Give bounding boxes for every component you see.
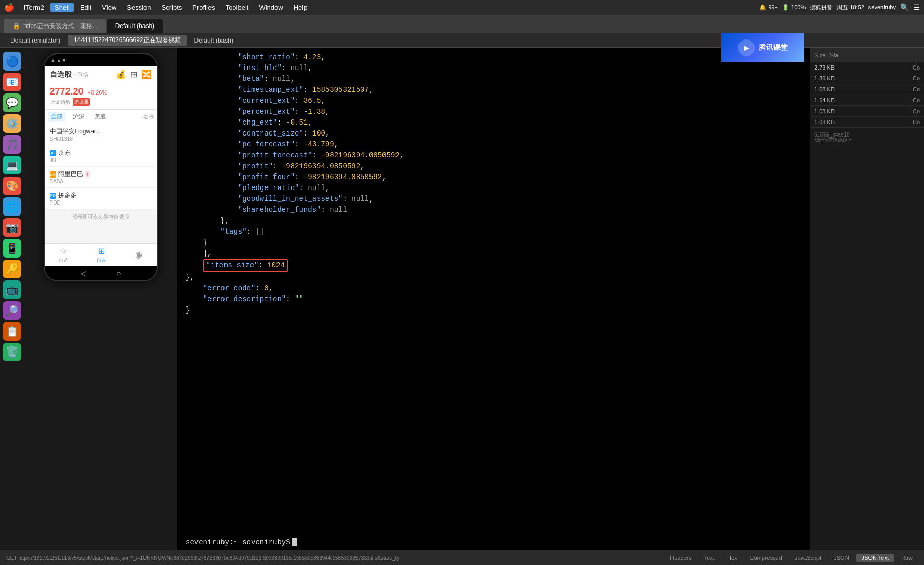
dock-app2[interactable]: 💬 xyxy=(3,93,21,112)
dock-app12[interactable]: 📋 xyxy=(3,322,21,341)
phone-nav-home[interactable]: ◉ xyxy=(135,250,142,260)
phone-login-prompt[interactable]: 登录即可永久保存自选股 xyxy=(45,209,157,225)
menubar-toolbelt[interactable]: Toolbelt xyxy=(221,3,253,12)
dock-app11[interactable]: 🔎 xyxy=(3,301,21,320)
stock-change: +0.26% xyxy=(88,89,108,96)
dock-app3[interactable]: ⚙️ xyxy=(3,114,21,133)
dock-finder[interactable]: 🔵 xyxy=(3,52,21,71)
json-line-highlighted: "items_size": 1024 xyxy=(186,259,801,272)
nav-home-icon: ◉ xyxy=(135,250,142,260)
play-icon: ▶ xyxy=(744,44,749,52)
stock-name-1: 京东 xyxy=(58,149,71,157)
bottom-bar: GET https://182.92.251.113/v5/stock/star… xyxy=(0,550,924,565)
dock-app8[interactable]: 📱 xyxy=(3,239,21,258)
json-line-21: "error_code": 0, xyxy=(186,283,801,294)
terminal-prompt: seveniruby:~ seveniruby$ xyxy=(177,536,810,550)
phone-currency-icon[interactable]: 💰 xyxy=(116,70,126,79)
menubar-shell[interactable]: Shell xyxy=(50,3,74,12)
dock-app7[interactable]: 📷 xyxy=(3,218,21,237)
bottom-tab-json[interactable]: JSON xyxy=(828,554,854,562)
phone-home-btn[interactable]: ○ xyxy=(116,269,121,277)
phone-nav-zixuan[interactable]: ☆ 自选 xyxy=(59,246,68,264)
phone-stock-item-0[interactable]: 中国平安Hogwar... SHI01318 xyxy=(45,124,157,145)
size-value-2: 1.08 KB xyxy=(814,86,835,92)
terminal-area[interactable]: "short_ratio": 4.23, "inst_hld": null, "… xyxy=(177,48,810,550)
stock-name-2: 阿里巴巴 xyxy=(58,170,83,179)
phone-stock-list[interactable]: 中国平安Hogwar... SHI01318 JD 京东 JD xyxy=(45,124,157,243)
phone-sort-icon[interactable]: ⊞ xyxy=(130,70,137,79)
bottom-tab-raw[interactable]: Raw xyxy=(896,554,918,562)
status-value-0: Co xyxy=(913,64,920,71)
phone-nav-zixuan2[interactable]: ⊞ 自选 xyxy=(97,246,106,264)
dock-app1[interactable]: 📧 xyxy=(3,73,21,91)
json-line-2: "beta": null, xyxy=(186,74,801,85)
filter-icon[interactable]: 名称 xyxy=(143,112,154,122)
json-line-3: "timestamp_ext": 1585305321507, xyxy=(186,85,801,96)
dot-separator: · xyxy=(74,72,75,77)
stock-name-3: 拼多多 xyxy=(58,191,77,200)
sub-tab-default-bash2[interactable]: Default (bash) xyxy=(188,36,240,45)
menubar-profiles[interactable]: Profiles xyxy=(188,3,219,12)
status-value-4: Co xyxy=(913,108,920,114)
menubar-window[interactable]: Window xyxy=(255,3,287,12)
tencent-text: 腾讯课堂 xyxy=(759,43,788,52)
tencent-play-button[interactable]: ▶ xyxy=(738,39,755,56)
size-value-4: 1.08 KB xyxy=(814,108,835,114)
phone-back-btn[interactable]: ◁ xyxy=(81,269,86,277)
bottom-tab-json-text[interactable]: JSON Text xyxy=(856,554,894,562)
phone-status-bar: ▲ ▲ ■ xyxy=(45,54,157,66)
menubar-right: 🔔 99+ 🔋 100% 搜狐拼音 周五 18:52 seveniruby 🔍 … xyxy=(759,3,920,11)
phone-stock-item-3[interactable]: PD 拼多多 PDD xyxy=(45,188,157,209)
right-panel-size-header: Size xyxy=(814,52,825,58)
json-line-4: "current_ext": 36.5, xyxy=(186,96,801,106)
phone-stock-item-2[interactable]: BA 阿里巴巴 1 BABA xyxy=(45,167,157,188)
dock-app9[interactable]: 🔑 xyxy=(3,260,21,278)
phone-stock-item-1[interactable]: JD 京东 JD xyxy=(45,145,157,167)
url-frag1: 6167&_s=ae18 xyxy=(814,132,920,138)
bottom-tab-compressed[interactable]: Compressed xyxy=(745,554,787,562)
phone-tab-us[interactable]: 美股 xyxy=(91,112,109,122)
dock-app4[interactable]: 🎵 xyxy=(3,135,21,154)
control-strip-icon[interactable]: ☰ xyxy=(913,3,920,11)
apple-menu[interactable]: 🍎 xyxy=(4,3,15,12)
dock-app5[interactable]: 🎨 xyxy=(3,177,21,195)
tab-default-bash[interactable]: Default (bash) xyxy=(107,19,163,33)
json-line-1: "inst_hld": null, xyxy=(186,63,801,74)
right-panel-url-fragment: 6167&_s=ae18 MzYzOTAxMzI= xyxy=(810,128,924,147)
sub-tab-default-emulator[interactable]: Default (emulator) xyxy=(4,36,67,45)
phone-screen: 自选股 · 市场 💰 ⊞ 🔀 2772.20 xyxy=(45,66,157,266)
menubar-help[interactable]: Help xyxy=(289,3,312,12)
stock-notification-2: 1 xyxy=(85,171,90,178)
menubar-view[interactable]: View xyxy=(98,3,121,12)
tab-cert-label: https证书安装方式 - 霍格... xyxy=(23,22,98,31)
status-value-3: Co xyxy=(913,97,920,103)
size-value-1: 1.36 KB xyxy=(814,75,835,82)
menubar-edit[interactable]: Edit xyxy=(76,3,96,12)
search-icon[interactable]: 🔍 xyxy=(900,3,909,11)
tab-cert[interactable]: 🔒 https证书安装方式 - 霍格... xyxy=(4,19,106,33)
bottom-tab-hex[interactable]: Hex xyxy=(722,554,743,562)
dock-app6[interactable]: 🌐 xyxy=(3,197,21,216)
notification-count: 🔔 99+ xyxy=(759,4,778,11)
bottom-tab-text[interactable]: Text xyxy=(699,554,720,562)
json-line-11: "profit_four": -982196394.0850592, xyxy=(186,172,801,183)
dock-app13[interactable]: 🗑️ xyxy=(3,343,21,361)
dock-app10[interactable]: 📺 xyxy=(3,280,21,299)
dock-iterm[interactable]: 💻 xyxy=(3,156,21,174)
phone-diff-icon[interactable]: 🔀 xyxy=(141,70,152,79)
sub-tab-video[interactable]: 14441152247026566692正在观看视频 xyxy=(68,35,187,46)
menubar-scripts[interactable]: Scripts xyxy=(157,3,187,12)
menubar-session[interactable]: Session xyxy=(123,3,155,12)
phone-tab-hushen[interactable]: 沪深 xyxy=(70,112,87,122)
menubar-user: seveniruby xyxy=(868,4,896,10)
bottom-tab-javascript[interactable]: JavaScript xyxy=(789,554,826,562)
json-line-12: "pledge_ratio": null, xyxy=(186,183,801,194)
phone-tab-all[interactable]: 全部 xyxy=(48,112,65,122)
bottom-tab-headers[interactable]: Headers xyxy=(665,554,697,562)
tencent-logo[interactable]: ▶ 腾讯课堂 xyxy=(721,33,804,62)
phone-app-header: 自选股 · 市场 💰 ⊞ 🔀 xyxy=(45,66,157,83)
menubar-iterm2[interactable]: iTerm2 xyxy=(20,3,48,12)
tab-bar: 🔒 https证书安装方式 - 霍格... Default (bash) xyxy=(0,15,924,33)
menubar-ime[interactable]: 搜狐拼音 xyxy=(810,4,833,11)
right-panel-status-header: Sta xyxy=(829,52,838,58)
